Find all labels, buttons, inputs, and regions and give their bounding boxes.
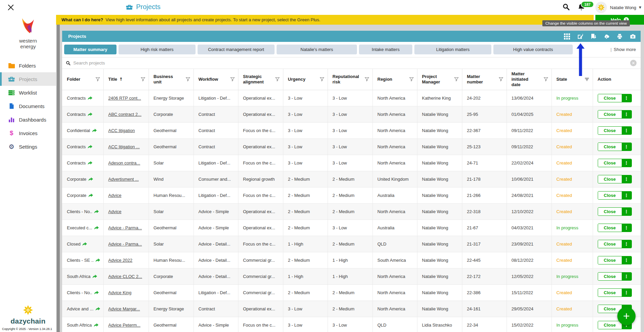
kebab-menu-icon[interactable]: ⋮ [622,94,632,102]
filter-funnel-icon[interactable] [320,77,324,81]
close-button[interactable]: Close [598,289,622,297]
open-folder-arrow-icon[interactable] [87,161,93,165]
filter-funnel-icon[interactable] [544,77,548,81]
show-more-link[interactable]: |Show more [611,47,636,52]
open-folder-arrow-icon[interactable] [88,177,93,181]
kebab-menu-icon[interactable]: ⋮ [622,289,632,297]
filter-funnel-icon[interactable] [365,77,369,81]
matter-title-link[interactable]: Advice [108,193,122,198]
vertical-scrollbar[interactable] [57,25,60,332]
column-header-folder[interactable]: Folder [62,69,103,90]
kebab-menu-icon[interactable]: ⋮ [622,224,632,232]
matter-title-link[interactable]: Advice - Parma... [108,225,142,230]
filter-funnel-icon[interactable] [186,77,190,81]
close-button[interactable]: Close [598,305,622,313]
close-button[interactable]: Close [598,191,622,199]
kebab-menu-icon[interactable]: ⋮ [622,110,632,118]
sidebar-item-settings[interactable]: ⚙ Settings [0,140,56,153]
sidebar-item-folders[interactable]: Folders [0,59,56,72]
matter-title-link[interactable]: Advertisment ... [108,177,139,182]
search-icon[interactable] [562,3,570,12]
sidebar-item-invoices[interactable]: $ Invoices [0,126,56,140]
matter-title-link[interactable]: Advice King [108,290,132,295]
matter-title-link[interactable]: ACC litigation [108,128,135,133]
open-folder-arrow-icon[interactable] [95,258,100,262]
open-folder-arrow-icon[interactable] [94,323,99,327]
edit-columns-icon[interactable] [577,33,583,40]
sidebar-item-documents[interactable]: Documents [0,99,56,113]
open-folder-arrow-icon[interactable] [94,209,99,214]
tab-contract-management-report[interactable]: Contract management report [198,45,275,54]
open-folder-arrow-icon[interactable] [95,307,100,311]
matter-title-link[interactable]: 2406 RTP cont... [108,96,141,101]
filter-funnel-icon[interactable] [275,77,280,81]
column-header-state[interactable]: State [551,69,593,90]
matter-title-link[interactable]: Advice Margar... [108,306,140,311]
chevron-down-icon[interactable]: ▼ [639,6,641,9]
notifications-bell-icon[interactable]: 187 [577,3,585,12]
matter-title-link[interactable]: Advice [108,209,122,214]
column-header-business-unit[interactable]: Business unit [149,69,194,90]
search-input[interactable] [73,60,580,66]
open-folder-arrow-icon[interactable] [94,226,99,230]
print-icon[interactable] [617,33,623,40]
column-header-project-manager[interactable]: Project Manager [417,69,462,90]
kebab-menu-icon[interactable]: ⋮ [622,191,632,199]
kebab-menu-icon[interactable]: ⋮ [622,143,632,151]
close-icon[interactable] [7,4,14,11]
kebab-menu-icon[interactable]: ⋮ [622,159,632,167]
column-header-reputational-risk[interactable]: Reputational risk [328,69,372,90]
matter-title-link[interactable]: ACC litigation ... [108,144,140,149]
sidebar-item-projects[interactable]: Projects [0,72,56,86]
close-button[interactable]: Close [598,256,622,264]
kebab-menu-icon[interactable]: ⋮ [622,273,632,280]
clear-search-icon[interactable]: ✕ [630,60,637,66]
open-folder-arrow-icon[interactable] [88,193,93,198]
column-header-workflow[interactable]: Workflow [194,69,238,90]
kebab-menu-icon[interactable]: ⋮ [622,127,632,134]
tab-high-risk-matters[interactable]: High risk matters [119,45,196,54]
filter-funnel-icon[interactable] [230,77,235,81]
column-header-title[interactable]: Title↑ [103,69,149,90]
column-header-matter-initiated-date[interactable]: Matter initiated date [507,69,551,90]
close-button[interactable]: Close [598,127,622,134]
open-folder-arrow-icon[interactable] [92,128,97,133]
close-button[interactable]: Close [598,321,622,329]
matter-title-link[interactable]: Advice - Parma... [108,241,142,247]
sidebar-item-worklist[interactable]: Worklist [0,86,56,99]
tab-natalies-matters[interactable]: Natalie's matters [277,45,357,54]
kebab-menu-icon[interactable]: ⋮ [622,175,632,183]
close-button[interactable]: Close [598,159,622,167]
matter-title-link[interactable]: Advice 2022 [108,258,133,263]
open-folder-arrow-icon[interactable] [87,96,93,100]
filter-funnel-icon[interactable] [96,77,100,81]
camera-icon[interactable] [630,33,636,40]
filter-applied-icon[interactable] [585,77,589,81]
filter-funnel-icon[interactable] [454,77,459,81]
close-button[interactable]: Close [598,240,622,248]
sidebar-item-dashboards[interactable]: Dashboards [0,113,56,126]
column-header-matter-number[interactable]: Matter number [462,69,507,90]
close-button[interactable]: Close [598,110,622,118]
filter-funnel-icon[interactable] [141,77,145,81]
matter-title-link[interactable]: Adeson contra... [108,160,140,165]
user-name[interactable]: Natalie Wong [610,5,636,10]
matter-title-link[interactable]: Advice Peterm... [108,323,140,328]
avatar[interactable] [595,2,607,13]
add-project-button[interactable]: + [617,307,636,325]
kebab-menu-icon[interactable]: ⋮ [622,256,632,264]
tab-matter-summary[interactable]: Matter summary [64,45,117,54]
close-button[interactable]: Close [598,94,622,102]
matter-title-link[interactable]: ABC contract 2... [108,112,141,117]
open-folder-arrow-icon[interactable] [92,274,97,279]
open-folder-arrow-icon[interactable] [82,242,87,246]
tab-litigation-matters[interactable]: Litigation matters [414,45,491,54]
filter-funnel-icon[interactable] [499,77,503,81]
close-button[interactable]: Close [598,273,622,280]
tab-intake-matters[interactable]: Intake matters [359,45,412,54]
column-header-region[interactable]: Region [372,69,417,90]
save-view-icon[interactable] [590,33,596,40]
open-folder-arrow-icon[interactable] [87,145,93,149]
column-header-urgency[interactable]: Urgency [283,69,328,90]
open-folder-arrow-icon[interactable] [87,112,93,117]
